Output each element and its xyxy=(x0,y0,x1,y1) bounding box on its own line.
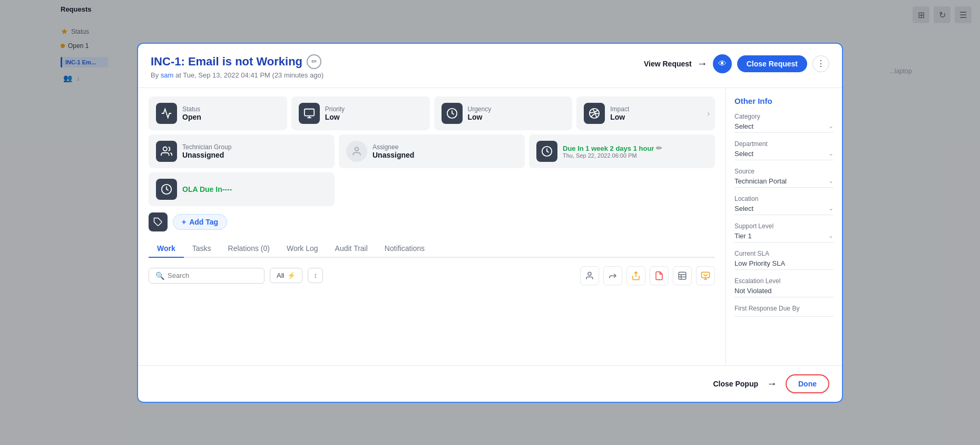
priority-card-value: Low xyxy=(325,113,345,121)
view-request-button[interactable]: 👁 xyxy=(713,54,732,73)
assignee-card[interactable]: Assignee Unassigned xyxy=(339,134,525,168)
due-in-clock-icon xyxy=(536,141,557,162)
pdf-button[interactable] xyxy=(650,266,669,285)
info-cards-row2: Technician Group Unassigned Assignee Una… xyxy=(149,134,715,206)
tab-audittrail[interactable]: Audit Trail xyxy=(327,240,376,258)
sort-button[interactable]: ↕ xyxy=(308,268,323,283)
priority-card-icon xyxy=(299,103,320,124)
impact-card[interactable]: Impact Low › xyxy=(576,96,715,130)
ola-card[interactable]: OLA Due In---- xyxy=(149,172,335,206)
add-tag-plus: + xyxy=(182,218,186,226)
modal-subtitle: By sam at Tue, Sep 13, 2022 04:41 PM (23… xyxy=(151,71,324,79)
work-toolbar: 🔍 All ⚡ ↕ xyxy=(149,266,715,285)
technician-group-card[interactable]: Technician Group Unassigned xyxy=(149,134,335,168)
tech-group-icon xyxy=(156,141,177,162)
category-field-label: Category xyxy=(734,113,834,120)
ola-value: OLA Due In---- xyxy=(182,185,232,194)
tab-relations[interactable]: Relations (0) xyxy=(220,240,278,258)
modal-overlay: INC-1: Email is not Working ✏ By sam at … xyxy=(0,0,980,445)
search-input[interactable] xyxy=(168,272,258,279)
forward-button[interactable] xyxy=(603,266,622,285)
tab-worklog[interactable]: Work Log xyxy=(278,240,327,258)
add-tag-button[interactable]: + Add Tag xyxy=(173,214,227,230)
tags-icon-button[interactable] xyxy=(149,212,168,231)
category-field-select[interactable]: Select ⌄ xyxy=(734,122,834,133)
status-card[interactable]: Status Open xyxy=(149,96,287,130)
escalation-level-field-label: Escalation Level xyxy=(734,277,834,285)
arrow-right-footer-icon: → xyxy=(767,378,777,390)
tabs-bar: Work Tasks Relations (0) Work Log Audit … xyxy=(149,240,715,258)
assign-button[interactable] xyxy=(580,266,599,285)
priority-card-label: Priority xyxy=(325,105,345,113)
modal-title-section: INC-1: Email is not Working ✏ By sam at … xyxy=(151,54,324,79)
location-chevron-icon: ⌄ xyxy=(828,205,834,212)
tab-notifications[interactable]: Notifications xyxy=(376,240,433,258)
source-select-value: Technician Portal xyxy=(734,177,787,185)
other-info-title: Other Info xyxy=(734,96,834,105)
support-level-field-label: Support Level xyxy=(734,222,834,230)
priority-card-content: Priority Low xyxy=(325,105,345,121)
info-cards-row1: Status Open Priority Low xyxy=(149,96,715,130)
impact-card-value: Low xyxy=(610,113,629,121)
work-toolbar-left: 🔍 All ⚡ ↕ xyxy=(149,268,323,284)
due-in-content: Due In 1 week 2 days 1 hour ✏ Thu, Sep 2… xyxy=(563,144,662,159)
tech-group-content: Technician Group Unassigned xyxy=(182,143,231,159)
search-box: 🔍 xyxy=(149,268,264,284)
close-request-button[interactable]: Close Request xyxy=(737,55,807,72)
assignee-value: Unassigned xyxy=(373,151,414,159)
escalation-level-field-value: Not Violated xyxy=(734,287,834,297)
support-level-select-value: Tier 1 xyxy=(734,232,752,240)
escalation-level-field-group: Escalation Level Not Violated xyxy=(734,277,834,297)
modal-title-row: INC-1: Email is not Working ✏ xyxy=(151,54,324,69)
svg-point-5 xyxy=(163,147,167,150)
first-response-field-group: First Response Due By xyxy=(734,305,834,317)
impact-card-content: Impact Low xyxy=(610,105,629,121)
all-filter-button[interactable]: All ⚡ xyxy=(270,268,302,283)
done-button[interactable]: Done xyxy=(786,374,829,393)
status-card-content: Status Open xyxy=(182,105,201,121)
impact-card-label: Impact xyxy=(610,105,629,113)
all-filter-label: All xyxy=(277,272,284,279)
svg-rect-12 xyxy=(679,272,686,279)
search-icon: 🔍 xyxy=(155,272,164,280)
current-sla-field-group: Current SLA Low Priority SLA xyxy=(734,250,834,270)
source-field-select[interactable]: Technician Portal ⌄ xyxy=(734,177,834,188)
tab-work[interactable]: Work xyxy=(149,240,184,258)
priority-card[interactable]: Priority Low xyxy=(291,96,430,130)
modal-title-text: INC-1: Email is not Working xyxy=(151,55,302,69)
location-field-select[interactable]: Select ⌄ xyxy=(734,205,834,215)
category-chevron-icon: ⌄ xyxy=(828,122,834,130)
sort-icon: ↕ xyxy=(313,272,317,279)
impact-chevron-icon: › xyxy=(707,109,710,118)
status-card-value: Open xyxy=(182,113,201,121)
more-options-button[interactable]: ⋮ xyxy=(812,55,829,72)
category-field-group: Category Select ⌄ xyxy=(734,113,834,133)
modal-author-link[interactable]: sam xyxy=(161,71,174,79)
table-button[interactable] xyxy=(673,266,692,285)
tab-tasks[interactable]: Tasks xyxy=(184,240,220,258)
due-in-card[interactable]: Due In 1 week 2 days 1 hour ✏ Thu, Sep 2… xyxy=(529,134,715,168)
edit-title-button[interactable]: ✏ xyxy=(307,54,321,69)
svg-rect-0 xyxy=(305,109,314,115)
ola-content: OLA Due In---- xyxy=(182,185,232,194)
category-select-value: Select xyxy=(734,122,753,130)
location-field-group: Location Select ⌄ xyxy=(734,195,834,215)
location-select-value: Select xyxy=(734,205,753,212)
export-button[interactable] xyxy=(696,266,715,285)
urgency-card[interactable]: Urgency Low xyxy=(434,96,573,130)
due-date-value: Thu, Sep 22, 2022 06:00 PM xyxy=(563,152,662,159)
current-sla-field-value: Low Priority SLA xyxy=(734,259,834,270)
department-field-group: Department Select ⌄ xyxy=(734,140,834,160)
support-level-field-select[interactable]: Tier 1 ⌄ xyxy=(734,232,834,243)
due-in-edit-icon[interactable]: ✏ xyxy=(656,144,662,152)
close-popup-label: Close Popup xyxy=(713,380,758,388)
share-button[interactable] xyxy=(626,266,645,285)
modal-header: INC-1: Email is not Working ✏ By sam at … xyxy=(138,44,842,88)
modal-content-left: Status Open Priority Low xyxy=(138,88,726,365)
arrow-right-icon: → xyxy=(697,57,708,70)
current-sla-field-label: Current SLA xyxy=(734,250,834,257)
assignee-avatar-icon xyxy=(346,141,367,162)
location-field-label: Location xyxy=(734,195,834,202)
department-field-select[interactable]: Select ⌄ xyxy=(734,150,834,160)
ola-clock-icon xyxy=(156,179,177,200)
